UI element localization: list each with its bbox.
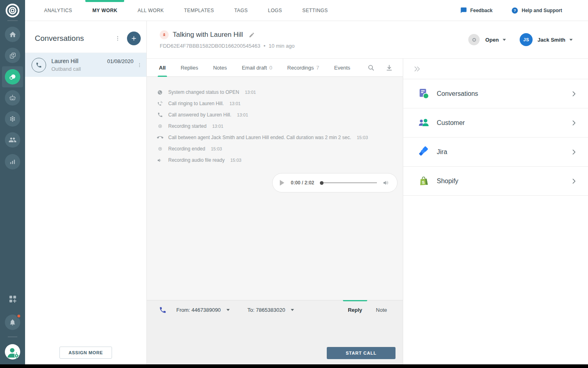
conversations-menu-button[interactable]: [114, 35, 121, 42]
event-time: 15:03: [230, 158, 241, 163]
new-conversation-button[interactable]: [127, 32, 141, 45]
people-icon: [8, 136, 17, 144]
context-panel: Conversations Customer Jira: [403, 59, 588, 368]
bell-icon: [9, 319, 16, 326]
sidebar-item-notifications[interactable]: [5, 315, 20, 330]
conversation-title-block: Talking with Lauren Hill FDD62E4F7BBB158…: [147, 30, 295, 49]
panel-item-conversations[interactable]: Conversations: [403, 79, 588, 108]
status-dropdown[interactable]: Open: [468, 34, 506, 45]
channel-type: Outband call: [51, 66, 107, 72]
call-answered-icon: [157, 112, 163, 118]
tab-events[interactable]: Events: [334, 59, 350, 76]
tab-all[interactable]: All: [159, 59, 166, 76]
player-progress-track[interactable]: [320, 182, 377, 183]
volume-button[interactable]: [383, 179, 390, 186]
agent-name: Jack Smith: [537, 37, 565, 43]
chevron-right-icon: [570, 119, 577, 127]
context-panel-header: [403, 59, 588, 79]
panel-item-label: Shopify: [437, 178, 458, 185]
event-text: Recording ended: [168, 146, 205, 152]
feedback-bubble-icon: [460, 7, 467, 14]
tab-notes[interactable]: Notes: [213, 59, 227, 76]
tab-count: 0: [269, 65, 272, 71]
conversation-item-menu-button[interactable]: [136, 62, 143, 68]
tab-logs[interactable]: LOGS: [258, 0, 292, 21]
speaker-icon: [383, 179, 390, 186]
sidebar-item-integrations[interactable]: [5, 111, 20, 127]
tab-reply[interactable]: Reply: [341, 300, 369, 319]
tab-note[interactable]: Note: [369, 300, 394, 319]
infobip-logo[interactable]: [4, 2, 21, 19]
sidebar-item-people[interactable]: [5, 132, 20, 148]
chevron-down-icon: [226, 309, 230, 311]
double-chevron-right-icon: [413, 65, 421, 73]
screen-bottom-bar: [0, 364, 588, 368]
tab-settings[interactable]: SETTINGS: [292, 0, 338, 21]
tab-email-draft[interactable]: Email draft0: [242, 59, 272, 76]
event-text: Recording audio file ready: [168, 157, 224, 163]
conversation-main: All Replies Notes Email draft0 Recording…: [147, 59, 403, 368]
status-change-icon: [157, 89, 163, 95]
feedback-button[interactable]: Feedback: [460, 7, 493, 14]
conversation-id: FDD62E4F7BBB1582DB0D166200545463: [160, 43, 260, 49]
panel-item-customer[interactable]: Customer: [403, 108, 588, 137]
conversation-title: Talking with Lauren Hill: [173, 31, 243, 39]
sidebar-item-conversations[interactable]: [5, 69, 20, 85]
edit-title-button[interactable]: [249, 32, 255, 38]
chevron-down-icon: [503, 39, 506, 41]
event-time: 13:01: [237, 112, 248, 117]
pencil-icon: [249, 32, 255, 38]
collapse-panel-button[interactable]: [413, 65, 421, 73]
event-row: Call between agent Jack Smith and Lauren…: [157, 132, 403, 143]
audio-ready-icon: [157, 157, 163, 163]
tab-actions: [367, 64, 403, 72]
chevron-right-icon: [570, 178, 577, 185]
chevron-right-icon: [570, 148, 577, 156]
assignee-dropdown[interactable]: JS Jack Smith: [506, 33, 573, 46]
sidebar-item-profile[interactable]: [5, 344, 20, 360]
tab-replies[interactable]: Replies: [181, 59, 198, 76]
contact-name: Lauren Hill: [51, 58, 107, 64]
tab-recordings[interactable]: Recordings7: [287, 59, 319, 76]
conversation-detail-header: Talking with Lauren Hill FDD62E4F7BBB158…: [147, 21, 588, 59]
event-time: 15:03: [357, 135, 368, 140]
app-sidebar: [0, 0, 25, 368]
to-number-dropdown[interactable]: To: 7865383020: [247, 307, 294, 313]
profile-avatar-icon: [5, 344, 20, 360]
conversations-header: Conversations: [25, 21, 146, 53]
chevron-down-icon: [291, 309, 294, 311]
jira-icon: [418, 146, 430, 158]
player-time: 0:00 / 2:02: [291, 180, 314, 186]
sidebar-item-home[interactable]: [5, 27, 20, 42]
tab-analytics[interactable]: ANALYTICS: [34, 0, 82, 21]
conversations-title: Conversations: [35, 34, 114, 43]
download-button[interactable]: [385, 64, 393, 72]
tab-all-work[interactable]: ALL WORK: [127, 0, 174, 21]
assign-more-button[interactable]: ASSIGN MORE: [59, 347, 112, 359]
from-number-dropdown[interactable]: From: 4467389090: [176, 307, 230, 313]
tab-tags[interactable]: TAGS: [224, 0, 258, 21]
conversation-controls: Open JS Jack Smith: [468, 33, 588, 46]
help-icon: ?: [511, 7, 518, 14]
sidebar-item-analytics[interactable]: [5, 154, 20, 169]
conversations-icon: [8, 73, 17, 81]
recording-icon: [157, 123, 163, 129]
search-button[interactable]: [367, 64, 375, 72]
shopify-icon: S: [418, 175, 430, 187]
sidebar-item-bot[interactable]: [5, 90, 20, 106]
sidebar-item-apps[interactable]: [6, 294, 19, 304]
help-support-button[interactable]: ? Help and Support: [511, 7, 562, 14]
conversations-widget-icon: [418, 88, 430, 100]
event-time: 13:01: [229, 101, 241, 106]
panel-item-shopify[interactable]: S Shopify: [403, 167, 588, 196]
logo-icon: [4, 2, 21, 19]
tab-my-work[interactable]: MY WORK: [82, 0, 127, 21]
tab-templates[interactable]: TEMPLATES: [174, 0, 224, 21]
start-call-button[interactable]: START CALL: [327, 347, 396, 359]
event-time: 13:01: [245, 90, 256, 95]
play-button[interactable]: [280, 180, 284, 186]
network-icon: [8, 115, 17, 123]
panel-item-jira[interactable]: Jira: [403, 137, 588, 167]
conversation-list-item[interactable]: Lauren Hill Outband call 01/08/2020: [25, 53, 146, 77]
sidebar-item-workspaces[interactable]: [5, 48, 20, 63]
